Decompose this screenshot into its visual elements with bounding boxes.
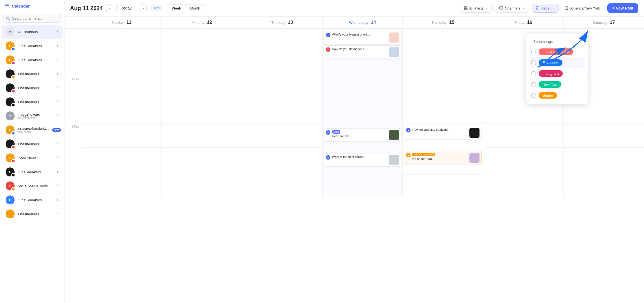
tag-icon <box>536 6 540 10</box>
sidebar-item-count: 6 <box>57 30 59 34</box>
sidebar-title: Calendar <box>12 4 30 8</box>
sidebar-item-luna-2[interactable]: L Luna Sneakers 2 <box>2 53 62 67</box>
sidebar-item-luna-3[interactable]: l lunasneakers 1 <box>2 67 62 81</box>
view-toggle: Week Month <box>167 4 205 12</box>
event-stay-motivate[interactable]: ● How do you stay motivate... <box>404 126 482 139</box>
tag-checkbox[interactable] <box>531 71 536 76</box>
day-header-sat: Saturday 17 <box>564 17 644 28</box>
tag-item-spring[interactable]: Spring <box>530 90 585 101</box>
event-title: How do you define your... <box>332 47 388 51</box>
sidebar-item-count: 1 <box>57 170 59 174</box>
all-posts-filter[interactable]: All Posts <box>460 4 493 13</box>
svg-rect-8 <box>499 7 503 9</box>
time-slot-empty1 <box>64 100 81 124</box>
tag-checkbox[interactable] <box>531 82 536 87</box>
channel-ring-icon <box>11 47 15 51</box>
day-col-sun <box>81 29 162 197</box>
channel-ring-icon <box>11 173 15 177</box>
new-post-button[interactable]: + New Post <box>607 3 638 13</box>
sidebar-item-luna-5[interactable]: l lunasneakers 0 <box>2 95 62 109</box>
sidebar-item-goodnews[interactable]: G Good News 0 <box>2 151 62 165</box>
tags-filter[interactable]: Tags <box>532 4 558 13</box>
header-date: Aug 11 2024 <box>70 5 103 11</box>
event-thumb <box>389 155 399 165</box>
tag-item-facebook[interactable]: Facebook <box>530 57 585 68</box>
svg-rect-7 <box>466 8 467 10</box>
event-icon: ● <box>406 128 411 132</box>
sidebar-search-input[interactable] <box>3 14 61 23</box>
sidebar-item-count: 0 <box>57 86 59 90</box>
month-view-button[interactable]: Month <box>186 4 205 12</box>
calendar-icon <box>4 3 10 8</box>
sidebar-item-name: lunasneakers <box>17 142 39 146</box>
sidebar-item-name: Luna Sneakers <box>17 198 42 202</box>
sidebar-search-wrap: 🔍 <box>0 12 64 25</box>
tag-checkbox[interactable] <box>531 60 536 65</box>
sidebar-item-count: 0 <box>57 184 59 188</box>
sidebar-item-social-media-tests[interactable]: S Social Media Tests 0 <box>2 179 62 193</box>
sidebar-item-luna-4[interactable]: l lunasneakers 0 <box>2 81 62 95</box>
sidebar-item-sub: bsky.social <box>17 130 49 134</box>
event-how-define[interactable]: ● How do you define your... <box>324 45 402 59</box>
sidebar-item-info: lunasneakersbsky... bsky.social <box>17 126 49 134</box>
timezone-button[interactable]: America/New York <box>561 4 604 12</box>
event-text: What is the best career... <box>332 155 388 159</box>
day-slot <box>162 29 242 76</box>
tag-pill-anniversary: anniversary sale <box>539 48 573 55</box>
svg-rect-6 <box>464 8 465 10</box>
event-icon: ● <box>326 47 330 52</box>
sidebar-item-luna-gold[interactable]: l lunasneakers 0 <box>2 207 62 221</box>
day-slot <box>242 29 322 76</box>
day-col-tue <box>242 29 323 197</box>
tag-checkbox[interactable] <box>531 93 536 98</box>
tag-pill-newtest: New Test <box>539 81 561 88</box>
day-slot <box>403 76 483 100</box>
tag-item-instagram[interactable]: Instagram <box>530 68 585 79</box>
calendar-header-row: Sunday 11 Monday 12 Tuesday 13 Wednesday… <box>64 17 644 29</box>
day-slot <box>81 124 161 148</box>
awaiting-badge: Awaiting Approval <box>412 153 435 156</box>
event-icon: ● <box>326 130 330 135</box>
day-slot <box>323 78 403 102</box>
today-button[interactable]: Today <box>116 4 136 12</box>
event-what-best-career[interactable]: ● What is the best career... <box>324 153 402 167</box>
day-header-tue: Tuesday 13 <box>242 17 323 28</box>
sidebar-item-magg[interactable]: m maggzhoward mastodon.world 0 <box>2 109 62 123</box>
prev-button[interactable]: ‹ <box>106 4 113 12</box>
day-header-wed: Wednesday 14 <box>323 17 403 28</box>
sidebar-item-luna-blue[interactable]: L Luna Sneakers 1 <box>2 193 62 207</box>
event-here-five[interactable]: ● Draft Here are five... <box>324 128 402 142</box>
day-slot <box>403 29 483 76</box>
tag-item-newtest[interactable]: New Test <box>530 79 585 90</box>
day-header-sun: Sunday 11 <box>81 17 162 28</box>
tag-checkbox[interactable] <box>531 50 536 54</box>
event-icon: ● <box>326 33 330 37</box>
event-thumb <box>469 128 479 138</box>
day-slot <box>564 124 644 148</box>
sidebar-item-name: Social Media Tests <box>17 184 48 188</box>
event-thumb <box>389 32 399 43</box>
event-whats-your[interactable]: ● What's your biggest priorit... <box>324 31 402 44</box>
day-slot <box>323 102 403 126</box>
grid-icon <box>464 6 468 10</box>
sidebar-item-luna-6[interactable]: l lunasneakers 0 <box>2 137 62 151</box>
day-slot <box>162 124 242 148</box>
tag-item-anniversary[interactable]: anniversary sale <box>530 46 585 57</box>
day-col-mon <box>162 29 242 197</box>
channels-filter[interactable]: Channels <box>495 4 529 13</box>
week-view-button[interactable]: Week <box>167 4 186 12</box>
sidebar-item-luna-1[interactable]: L Luna Sneakers 1 <box>2 39 62 53</box>
tags-search-input[interactable] <box>530 37 585 46</box>
sidebar-item-all-channels[interactable]: All Channels 6 <box>2 25 62 39</box>
next-button[interactable]: › <box>140 4 146 12</box>
sidebar-item-count: 0 <box>57 156 59 160</box>
channel-ring-icon <box>11 159 15 163</box>
sidebar-item-name: maggzhoward <box>17 112 54 116</box>
sidebar-item-sub: mastodon.world <box>17 116 54 120</box>
sidebar-item-lunasneakers-x[interactable]: L LunaSneakers 1 <box>2 165 62 179</box>
sidebar-item-name: Good News <box>17 156 36 160</box>
channel-ring-icon <box>11 103 15 107</box>
event-no-shoes[interactable]: ● Awaiting Approval No shoes? No... <box>404 151 482 164</box>
sidebar-item-bsky[interactable]: L lunasneakersbsky... bsky.social New <box>2 123 62 137</box>
svg-rect-5 <box>466 7 467 8</box>
